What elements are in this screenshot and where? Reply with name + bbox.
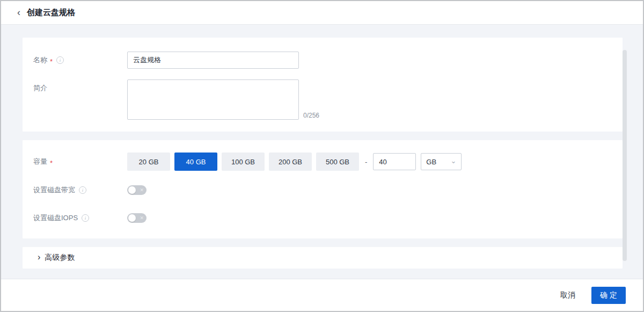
advanced-params-label: 高级参数: [45, 253, 75, 263]
info-icon[interactable]: i: [79, 186, 86, 194]
chevron-right-icon: ›: [38, 253, 40, 262]
confirm-button[interactable]: 确 定: [591, 287, 626, 304]
capacity-options: 20 GB40 GB100 GB200 GB500 GB: [127, 153, 359, 171]
capacity-unit-select[interactable]: GB ⌄: [421, 153, 462, 170]
name-input[interactable]: [127, 52, 299, 69]
iops-label: 设置磁盘IOPS: [33, 213, 78, 223]
capacity-row: 容量* 20 GB40 GB100 GB200 GB500 GB - GB ⌄: [23, 153, 623, 171]
iops-label-group: 设置磁盘IOPS i: [23, 209, 127, 227]
name-label-group: 名称* i: [23, 52, 127, 69]
range-separator: -: [365, 158, 367, 166]
scrollbar-thumb[interactable]: [623, 50, 627, 261]
page-title: 创建云盘规格: [27, 8, 75, 18]
capacity-option[interactable]: 500 GB: [316, 153, 359, 171]
char-counter: 0/256: [303, 111, 319, 120]
iops-row: 设置磁盘IOPS i ✕: [23, 209, 623, 227]
back-icon[interactable]: ‹: [17, 8, 20, 17]
info-icon[interactable]: i: [56, 56, 64, 64]
form-body: 名称* i 简介 0/256 容量* 20 GB4: [1, 25, 643, 279]
required-mark: *: [50, 159, 53, 167]
capacity-label-group: 容量*: [23, 153, 127, 170]
capacity-custom-input[interactable]: [373, 153, 416, 170]
info-icon[interactable]: i: [82, 214, 89, 222]
bandwidth-row: 设置磁盘带宽 i ✕: [23, 182, 623, 199]
capacity-unit-value: GB: [426, 158, 436, 166]
bandwidth-toggle[interactable]: ✕: [127, 185, 147, 195]
required-mark: *: [50, 57, 53, 66]
capacity-option[interactable]: 20 GB: [127, 153, 170, 171]
basic-info-card: 名称* i 简介 0/256: [23, 38, 623, 132]
capacity-card: 容量* 20 GB40 GB100 GB200 GB500 GB - GB ⌄ …: [23, 140, 623, 238]
description-field-wrap: 0/256: [127, 79, 319, 120]
create-disk-spec-window: ‹ 创建云盘规格 名称* i 简介 0/256: [0, 0, 644, 312]
name-row: 名称* i: [23, 52, 623, 69]
capacity-label: 容量: [33, 157, 47, 166]
footer-bar: 取消 确 定: [1, 279, 643, 311]
cancel-button[interactable]: 取消: [560, 291, 575, 300]
bandwidth-label-group: 设置磁盘带宽 i: [23, 182, 127, 199]
capacity-option[interactable]: 100 GB: [222, 153, 265, 171]
description-label: 简介: [33, 83, 47, 93]
capacity-option[interactable]: 40 GB: [174, 153, 217, 171]
page-header: ‹ 创建云盘规格: [1, 1, 643, 25]
advanced-params-section[interactable]: › 高级参数: [23, 247, 623, 269]
toggle-knob: [128, 214, 136, 222]
name-label: 名称: [33, 55, 47, 65]
capacity-option[interactable]: 200 GB: [269, 153, 312, 171]
iops-toggle[interactable]: ✕: [127, 213, 147, 223]
bandwidth-label: 设置磁盘带宽: [33, 185, 75, 195]
description-row: 简介 0/256: [23, 79, 623, 120]
toggle-off-icon: ✕: [140, 188, 144, 193]
toggle-off-icon: ✕: [140, 216, 144, 221]
toggle-knob: [128, 186, 136, 194]
description-label-group: 简介: [23, 79, 127, 97]
description-textarea[interactable]: [127, 79, 299, 120]
chevron-down-icon: ⌄: [450, 157, 456, 164]
